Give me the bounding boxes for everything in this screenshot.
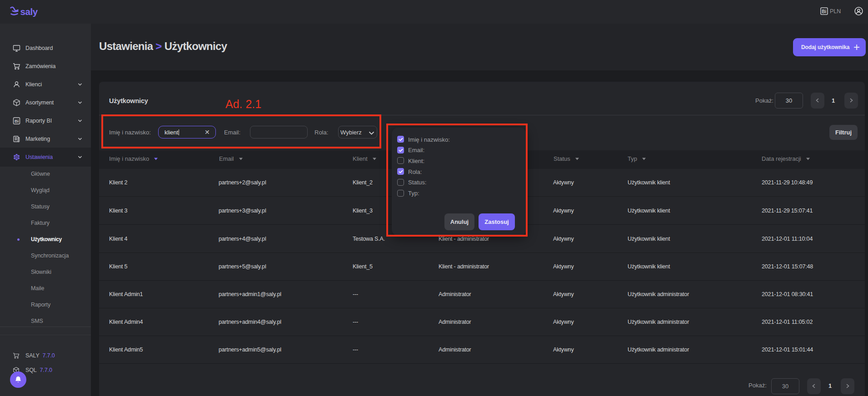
svg-text:saly: saly	[20, 6, 38, 17]
svg-text:Bi: Bi	[15, 119, 19, 124]
svg-text:Bi: Bi	[822, 9, 826, 14]
